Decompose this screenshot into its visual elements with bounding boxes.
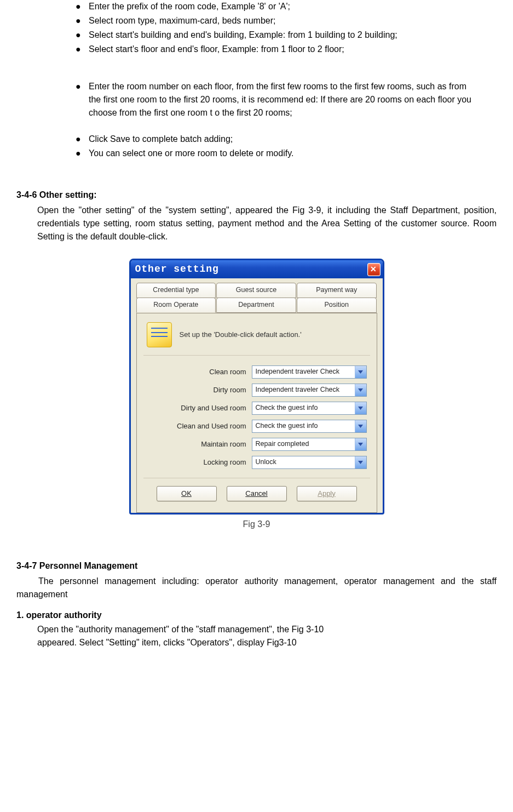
bullet-list: Enter the prefix of the room code, Examp… — [16, 0, 480, 160]
chevron-down-icon — [355, 366, 366, 378]
bullet-item: Select start's building and end's buildi… — [76, 28, 480, 42]
figure-caption: Fig 3-9 — [16, 518, 497, 531]
note-icon — [147, 322, 172, 347]
chevron-down-icon — [355, 384, 366, 396]
chevron-down-icon — [355, 456, 366, 468]
num1-line1: Open the "authority management" of the "… — [16, 623, 497, 636]
ok-label: OK — [181, 489, 192, 498]
chevron-down-icon — [355, 402, 366, 414]
bullet-text: Select start's floor and end's floor, Ex… — [89, 44, 344, 54]
bullet-item: Enter the prefix of the room code, Examp… — [76, 0, 480, 13]
bullet-text: You can select one or more room to delet… — [89, 148, 293, 158]
cancel-label: Cancel — [245, 489, 267, 498]
combo-locking-room[interactable]: Unlock — [252, 456, 367, 469]
svg-marker-2 — [358, 407, 363, 410]
combo-value: Check the guest info — [256, 421, 318, 431]
section-347-para: The personnel management including: oper… — [16, 575, 497, 601]
combo-value: Unlock — [256, 457, 276, 467]
bullet-item: Enter the room number on each floor, fro… — [76, 80, 480, 119]
tab-payment-way[interactable]: Payment way — [297, 283, 377, 298]
other-setting-dialog: Other setting ✕ Credential type Guest so… — [129, 259, 384, 514]
dialog-title: Other setting — [135, 262, 219, 277]
close-button[interactable]: ✕ — [367, 263, 381, 276]
chevron-down-icon — [355, 420, 366, 432]
chevron-down-icon — [355, 438, 366, 450]
bullet-text: Click Save to complete batch adding; — [89, 134, 233, 144]
tab-credential-type[interactable]: Credential type — [136, 283, 216, 298]
panel-hint: Set up the 'Double-click default action.… — [180, 329, 302, 340]
cancel-button[interactable]: Cancel — [227, 486, 287, 502]
svg-marker-4 — [358, 443, 363, 446]
combo-clean-room[interactable]: Independent traveler Check — [252, 365, 367, 379]
bullet-item: Click Save to complete batch adding; — [76, 133, 480, 146]
dialog-titlebar: Other setting ✕ — [131, 260, 383, 278]
tab-guest-source[interactable]: Guest source — [216, 283, 296, 298]
label-dirty-used-room: Dirty and Used room — [143, 403, 252, 414]
section-heading-346: 3-4-6 Other setting: — [16, 188, 497, 202]
numbered-heading-1: 1. operator authority — [16, 609, 497, 622]
tab-position[interactable]: Position — [297, 298, 377, 313]
combo-value: Check the guest info — [256, 403, 318, 413]
ok-button[interactable]: OK — [157, 486, 217, 502]
bullet-text: Select start's building and end's buildi… — [89, 30, 397, 39]
label-locking-room: Locking room — [143, 457, 252, 468]
tab-row-front: Room Operate Department Position — [136, 298, 377, 313]
apply-button[interactable]: Apply — [297, 486, 357, 502]
bullet-item: You can select one or more room to delet… — [76, 147, 480, 160]
tab-panel: Set up the 'Double-click default action.… — [136, 313, 377, 513]
figure-3-9: Other setting ✕ Credential type Guest so… — [16, 259, 497, 531]
dialog-button-row: OK Cancel Apply — [143, 478, 370, 503]
section-heading-347: 3-4-7 Personnel Management — [16, 559, 497, 573]
label-clean-room: Clean room — [143, 367, 252, 378]
tab-room-operate[interactable]: Room Operate — [136, 298, 216, 313]
combo-value: Repair completed — [256, 439, 309, 449]
combo-clean-used-room[interactable]: Check the guest info — [252, 420, 367, 433]
bullet-text: Select room type, maximum-card, beds num… — [89, 16, 275, 25]
bullet-item: Select room type, maximum-card, beds num… — [76, 14, 480, 27]
svg-marker-0 — [358, 370, 363, 374]
combo-dirty-used-room[interactable]: Check the guest info — [252, 402, 367, 415]
section-346-para: Open the "other setting" of the "system … — [16, 204, 497, 243]
combo-maintain-room[interactable]: Repair completed — [252, 438, 367, 451]
svg-marker-1 — [358, 388, 363, 392]
label-dirty-room: Dirty room — [143, 385, 252, 396]
tab-row-back: Credential type Guest source Payment way — [136, 283, 377, 298]
bullet-text: Enter the room number on each floor, fro… — [89, 82, 471, 117]
apply-label: Apply — [318, 489, 336, 498]
bullet-item: Select start's floor and end's floor, Ex… — [76, 43, 480, 56]
combo-dirty-room[interactable]: Independent traveler Check — [252, 384, 367, 397]
bullet-text: Enter the prefix of the room code, Examp… — [89, 2, 290, 11]
svg-marker-3 — [358, 425, 363, 428]
combo-value: Independent traveler Check — [256, 385, 340, 395]
tab-department[interactable]: Department — [216, 298, 296, 313]
label-maintain-room: Maintain room — [143, 439, 252, 450]
combo-value: Independent traveler Check — [256, 367, 340, 377]
label-clean-used-room: Clean and Used room — [143, 421, 252, 432]
svg-marker-5 — [358, 461, 363, 464]
close-icon: ✕ — [370, 264, 377, 275]
num1-line2: appeared. Select "Setting" item, clicks … — [16, 636, 497, 649]
